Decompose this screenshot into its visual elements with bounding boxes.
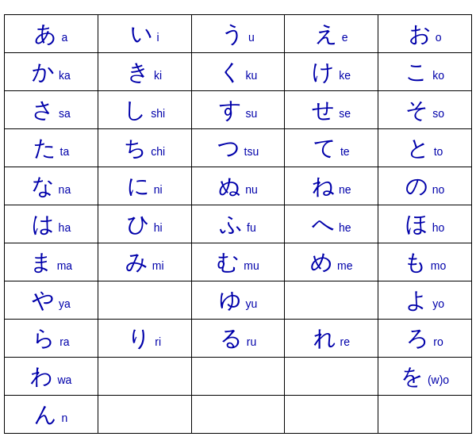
kana-character: そ xyxy=(405,95,428,125)
kana-character: う xyxy=(221,19,244,49)
table-cell: くku xyxy=(191,53,285,91)
kana-character: に xyxy=(127,171,150,201)
kana-character: ち xyxy=(124,133,147,163)
kana-character: し xyxy=(124,95,147,125)
table-cell: いi xyxy=(98,15,191,53)
table-cell: えe xyxy=(285,15,378,53)
kana-character: の xyxy=(405,171,428,201)
kana-character: な xyxy=(32,171,55,201)
table-cell xyxy=(98,358,191,396)
roman-label: re xyxy=(340,335,350,348)
table-cell xyxy=(98,281,191,320)
kana-character: こ xyxy=(405,57,428,87)
roman-label: fu xyxy=(247,221,256,234)
table-cell: わwa xyxy=(5,358,98,396)
roman-label: ya xyxy=(59,297,71,310)
roman-label: ta xyxy=(60,145,70,158)
kana-character: へ xyxy=(312,209,335,239)
table-cell: りri xyxy=(98,320,191,358)
roman-label: ki xyxy=(154,69,162,82)
kana-character: れ xyxy=(313,324,336,354)
table-cell: おo xyxy=(378,15,472,53)
roman-label: o xyxy=(436,31,442,44)
kana-character: さ xyxy=(32,95,55,125)
table-cell: むmu xyxy=(191,243,285,281)
roman-label: mo xyxy=(431,259,446,272)
roman-label: shi xyxy=(151,107,165,120)
kana-character: も xyxy=(404,247,427,278)
roman-label: ke xyxy=(339,69,351,82)
table-cell: れre xyxy=(285,320,378,358)
kana-character: ね xyxy=(312,171,335,201)
table-row: らraりriるruれreろro xyxy=(5,320,472,358)
roman-label: ra xyxy=(60,335,69,348)
roman-label: e xyxy=(342,31,348,44)
table-cell: ぬnu xyxy=(191,167,285,205)
kana-character: い xyxy=(130,19,153,49)
table-cell xyxy=(285,358,378,396)
table-cell: かka xyxy=(5,53,98,91)
roman-label: mi xyxy=(152,259,164,272)
kana-character: よ xyxy=(405,285,428,316)
table-cell: んn xyxy=(5,396,98,434)
table-cell xyxy=(98,396,191,434)
table-cell: たta xyxy=(5,129,98,167)
roman-label: ro xyxy=(433,335,443,348)
roman-label: i xyxy=(157,31,159,44)
kana-character: わ xyxy=(30,362,53,392)
table-cell: あa xyxy=(5,15,98,53)
table-cell: めme xyxy=(285,243,378,281)
table-cell: ほho xyxy=(378,205,472,243)
kana-character: や xyxy=(32,285,55,316)
table-cell xyxy=(285,281,378,320)
kana-character: け xyxy=(312,57,335,87)
table-row: なnaにniぬnuねneのno xyxy=(5,167,472,205)
table-cell: さsa xyxy=(5,91,98,129)
kana-character: を xyxy=(401,362,424,392)
kana-character: む xyxy=(217,247,240,278)
table-cell: らra xyxy=(5,320,98,358)
table-cell: を(w)o xyxy=(378,358,472,396)
table-cell: つtsu xyxy=(191,129,285,167)
kana-character: ま xyxy=(30,247,53,278)
kana-character: お xyxy=(409,19,432,49)
table-cell xyxy=(378,396,472,434)
roman-label: yu xyxy=(246,297,258,310)
kana-character: る xyxy=(220,324,243,354)
roman-label: ri xyxy=(155,335,161,348)
table-cell xyxy=(191,358,285,396)
kana-character: き xyxy=(127,57,150,87)
kana-character: み xyxy=(125,247,148,278)
roman-label: so xyxy=(432,107,444,120)
roman-label: nu xyxy=(245,183,258,196)
table-row: あaいiうuえeおo xyxy=(5,15,472,53)
roman-label: me xyxy=(337,259,352,272)
table-cell: にni xyxy=(98,167,191,205)
roman-label: te xyxy=(340,145,350,158)
table-cell: もmo xyxy=(378,243,472,281)
table-cell: うu xyxy=(191,15,285,53)
hiragana-table: あaいiうuえeおoかkaきkiくkuけkeこkoさsaしshiすsuせseそs… xyxy=(4,14,472,434)
roman-label: ho xyxy=(432,221,445,234)
roman-label: ne xyxy=(339,183,351,196)
table-cell: きki xyxy=(98,53,191,91)
roman-label: ku xyxy=(246,69,258,82)
kana-character: く xyxy=(219,57,242,87)
table-cell: そso xyxy=(378,91,472,129)
roman-label: mu xyxy=(244,259,259,272)
table-cell: まma xyxy=(5,243,98,281)
roman-label: hi xyxy=(154,221,163,234)
table-cell: やya xyxy=(5,281,98,320)
table-row: はhaひhiふfuへheほho xyxy=(5,205,472,243)
table-cell: ふfu xyxy=(191,205,285,243)
roman-label: (w)o xyxy=(428,373,449,386)
table-cell: みmi xyxy=(98,243,191,281)
roman-label: se xyxy=(339,107,351,120)
table-cell: こko xyxy=(378,53,472,91)
kana-character: え xyxy=(315,19,338,49)
kana-character: ら xyxy=(33,324,56,354)
table-cell: けke xyxy=(285,53,378,91)
table-cell: ゆyu xyxy=(191,281,285,320)
roman-label: u xyxy=(248,31,255,44)
table-row: たtaちchiつtsuてteとto xyxy=(5,129,472,167)
